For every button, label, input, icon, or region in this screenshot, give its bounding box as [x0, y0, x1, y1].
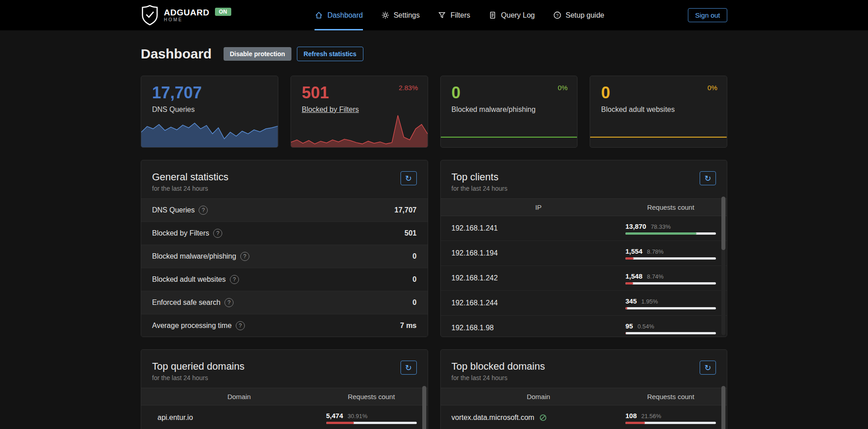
request-count: 108 [625, 412, 637, 419]
column-header-requests: Requests count [326, 393, 417, 400]
stat-card-dns-queries: 17,707 DNS Queries [141, 76, 278, 148]
request-count: 1,554 [625, 247, 643, 255]
dashboard-home-icon [315, 11, 323, 19]
stats-row-label: Blocked by Filters [152, 229, 209, 237]
navbar: ADGUARD HOME ON Dashboard Set [0, 0, 868, 30]
refresh-button[interactable]: ↻ [700, 171, 716, 185]
gear-icon [381, 11, 390, 19]
column-header-ip: IP [452, 203, 626, 211]
nav-menu: Dashboard Settings Filters [231, 0, 688, 30]
scrollbar-thumb[interactable] [422, 386, 426, 429]
nav-item-label: Filters [450, 11, 470, 19]
request-percent: 8.78% [647, 248, 664, 255]
nav-item-label: Dashboard [327, 11, 362, 19]
request-percent: 21.56% [641, 413, 661, 419]
client-ip: 192.168.1.241 [452, 224, 626, 232]
stat-card-blocked-malware: 0% 0 Blocked malware/phishing [440, 76, 578, 148]
request-percent: 8.74% [647, 273, 664, 280]
blocked-malware-sparkline-chart [441, 114, 577, 147]
refresh-button[interactable]: ↻ [700, 361, 716, 375]
request-percent: 30.91% [348, 413, 367, 419]
page-title: Dashboard [141, 46, 212, 62]
nav-item-filters[interactable]: Filters [438, 0, 470, 30]
requests-cell: 5,474 30.91% [326, 412, 417, 424]
card-title: General statistics [152, 171, 417, 183]
domain-row: vortex.data.microsoft.com 108 21.56% [441, 405, 727, 429]
requests-cell: 108 21.56% [625, 412, 716, 424]
stats-row-label: Blocked malware/phishing [152, 252, 236, 260]
stat-value: 17,707 [152, 84, 268, 101]
scrollbar-thumb[interactable] [721, 386, 725, 429]
blocked-adult-sparkline-chart [590, 114, 727, 147]
stats-row-value: 7 ms [400, 322, 416, 330]
progress-bar [625, 422, 716, 424]
request-percent: 1.95% [641, 298, 658, 305]
stats-row: Enforced safe search ? 0 [141, 291, 428, 314]
requests-cell: 1,548 8.74% [625, 272, 716, 284]
svg-text:?: ? [556, 13, 558, 18]
card-title: Top queried domains [152, 361, 417, 372]
nav-item-dashboard[interactable]: Dashboard [315, 0, 362, 30]
card-subtitle: for the last 24 hours [452, 374, 716, 381]
page-header: Dashboard Disable protection Refresh sta… [141, 46, 727, 62]
stat-label: DNS Queries [152, 106, 268, 114]
client-row: 192.168.1.98 95 0.54% [441, 316, 727, 337]
client-ip: 192.168.1.242 [452, 274, 626, 282]
request-count: 5,474 [326, 412, 343, 419]
blocked-by-filters-link[interactable]: Blocked by Filters [302, 106, 418, 114]
progress-bar [625, 307, 716, 309]
card-title: Top clients [452, 171, 716, 183]
stats-row-label: Enforced safe search [152, 299, 220, 307]
top-clients-card: Top clients for the last 24 hours ↻ IP R… [440, 160, 728, 337]
progress-bar [625, 332, 716, 334]
table-scrollbar[interactable] [721, 197, 725, 335]
client-ip: 192.168.1.244 [452, 299, 626, 307]
top-clients-table: 192.168.1.241 13,870 78.33% 192.168.1.19… [441, 216, 727, 337]
help-circle-icon[interactable]: ? [224, 298, 234, 307]
help-circle-icon[interactable]: ? [199, 206, 208, 215]
requests-cell: 13,870 78.33% [625, 222, 716, 235]
help-circle-icon[interactable]: ? [236, 321, 245, 330]
stats-row-value: 17,707 [395, 206, 417, 214]
disable-protection-button[interactable]: Disable protection [224, 47, 291, 61]
sign-out-button[interactable]: Sign out [688, 8, 727, 22]
adguard-home-logo[interactable]: ADGUARD HOME ON [141, 5, 231, 26]
help-circle-icon: ? [553, 11, 562, 19]
table-scrollbar[interactable] [721, 386, 725, 429]
top-queried-table: api.entur.io 5,474 30.91% [141, 405, 428, 429]
request-percent: 0.54% [638, 323, 654, 330]
table-scrollbar[interactable] [422, 386, 426, 429]
progress-bar [326, 422, 417, 424]
nav-item-label: Settings [394, 11, 420, 19]
refresh-icon: ↻ [405, 174, 412, 183]
nav-item-settings[interactable]: Settings [381, 0, 420, 30]
help-circle-icon[interactable]: ? [230, 275, 239, 284]
card-subtitle: for the last 24 hours [152, 374, 417, 381]
stat-cards-row: 17,707 DNS Queries 2.83% 501 Blocked by … [141, 76, 727, 148]
refresh-button[interactable]: ↻ [401, 361, 417, 375]
nav-item-query-log[interactable]: Query Log [488, 0, 535, 30]
help-circle-icon[interactable]: ? [213, 229, 222, 238]
stats-row-label: Blocked adult websites [152, 275, 226, 284]
blocked-filters-sparkline-chart [291, 114, 428, 147]
column-header-requests: Requests count [625, 203, 716, 211]
client-row: 192.168.1.242 1,548 8.74% [441, 266, 727, 291]
refresh-statistics-button[interactable]: Refresh statistics [297, 47, 363, 61]
stat-label: Blocked malware/phishing [452, 106, 568, 114]
request-count: 345 [625, 297, 637, 305]
stat-label: Blocked adult websites [601, 106, 717, 114]
stats-row-value: 0 [413, 275, 417, 284]
table-header: Domain Requests count [441, 388, 727, 405]
stat-value: 0 [452, 84, 568, 101]
table-header: IP Requests count [441, 198, 727, 216]
progress-bar [625, 232, 716, 235]
domain-cell: vortex.data.microsoft.com [452, 414, 626, 422]
scrollbar-thumb[interactable] [721, 197, 725, 250]
refresh-button[interactable]: ↻ [401, 171, 417, 185]
stats-row-value: 501 [405, 229, 417, 237]
requests-cell: 345 1.95% [625, 297, 716, 309]
card-subtitle: for the last 24 hours [452, 185, 716, 192]
stats-row: DNS Queries ? 17,707 [141, 198, 428, 222]
nav-item-setup-guide[interactable]: ? Setup guide [553, 0, 604, 30]
help-circle-icon[interactable]: ? [240, 252, 249, 261]
